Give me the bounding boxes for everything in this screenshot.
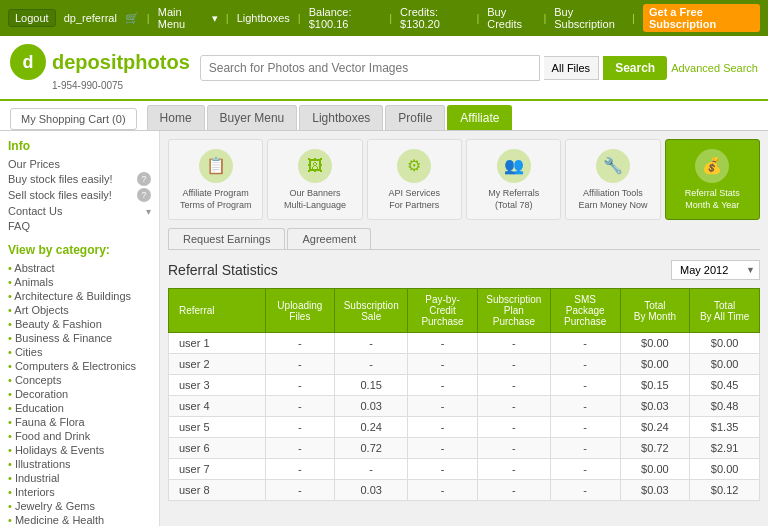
search-button[interactable]: Search (603, 56, 667, 80)
sell-stock-info-button[interactable]: ? (137, 188, 151, 202)
th-uploading: UploadingFiles (265, 289, 335, 333)
tab-profile[interactable]: Profile (385, 105, 445, 130)
my-referrals-icon[interactable]: 👥 My Referrals(Total 78) (466, 139, 561, 220)
category-beauty-fashion[interactable]: Beauty & Fashion (8, 317, 151, 331)
buy-credits-button[interactable]: Buy Credits (487, 6, 535, 30)
sidebar-contact-us[interactable]: Contact Us (8, 204, 62, 218)
category-medicine[interactable]: Medicine & Health (8, 513, 151, 526)
table-cell: - (550, 375, 620, 396)
category-art-objects[interactable]: Art Objects (8, 303, 151, 317)
table-cell: - (550, 417, 620, 438)
table-cell: $0.00 (620, 354, 690, 375)
tab-home[interactable]: Home (147, 105, 205, 130)
table-cell: - (477, 459, 550, 480)
table-cell: - (335, 354, 408, 375)
category-decoration[interactable]: Decoration (8, 387, 151, 401)
table-row: user 4-0.03---$0.03$0.48 (169, 396, 760, 417)
category-jewelry[interactable]: Jewelry & Gems (8, 499, 151, 513)
tab-lightboxes[interactable]: Lightboxes (299, 105, 383, 130)
table-cell: - (550, 396, 620, 417)
category-holidays[interactable]: Holidays & Events (8, 443, 151, 457)
referral-stats-icon[interactable]: 💰 Referral StatsMonth & Year (665, 139, 760, 220)
buy-stock-info-button[interactable]: ? (137, 172, 151, 186)
category-computers[interactable]: Computers & Electronics (8, 359, 151, 373)
table-row: user 6-0.72---$0.72$2.91 (169, 438, 760, 459)
table-cell: $0.00 (620, 333, 690, 354)
agreement-tab[interactable]: Agreement (287, 228, 371, 249)
table-cell: 0.72 (335, 438, 408, 459)
category-illustrations[interactable]: Illustrations (8, 457, 151, 471)
advanced-search-link[interactable]: Advanced Search (671, 62, 758, 74)
table-cell: user 5 (169, 417, 266, 438)
top-username: dp_referral (64, 12, 117, 24)
category-concepts[interactable]: Concepts (8, 373, 151, 387)
table-cell: user 6 (169, 438, 266, 459)
sub-nav: Request Earnings Agreement (168, 228, 760, 250)
tabs: Home Buyer Menu Lightboxes Profile Affil… (147, 105, 513, 130)
search-area: All Files Search Advanced Search (200, 55, 758, 81)
th-subscription-plan: SubscriptionPlan Purchase (477, 289, 550, 333)
table-cell: $0.00 (690, 459, 760, 480)
buy-subscription-button[interactable]: Buy Subscription (554, 6, 624, 30)
table-cell: - (335, 459, 408, 480)
sidebar-faq[interactable]: FAQ (8, 219, 151, 233)
logo[interactable]: d depositphotos (10, 44, 190, 80)
category-cities[interactable]: Cities (8, 345, 151, 359)
table-cell: - (408, 417, 478, 438)
request-earnings-tab[interactable]: Request Earnings (168, 228, 285, 249)
lightboxes-top-button[interactable]: Lightboxes (237, 12, 290, 24)
tab-buyer-menu[interactable]: Buyer Menu (207, 105, 298, 130)
top-bar: Logout dp_referral 🛒 | Main Menu ▾ | Lig… (0, 0, 768, 36)
table-cell: - (477, 438, 550, 459)
logo-icon: d (10, 44, 46, 80)
tab-affiliate[interactable]: Affiliate (447, 105, 512, 130)
table-row: user 1-----$0.00$0.00 (169, 333, 760, 354)
table-cell: user 7 (169, 459, 266, 480)
sidebar-our-prices[interactable]: Our Prices (8, 157, 151, 171)
table-cell: - (408, 480, 478, 501)
svg-text:🖼: 🖼 (307, 157, 323, 174)
affiliation-tools-img: 🔧 (595, 148, 631, 184)
affiliate-program-icon[interactable]: 📋 Affiliate ProgramTerms of Program (168, 139, 263, 220)
category-food-drink[interactable]: Food and Drink (8, 429, 151, 443)
category-abstract[interactable]: Abstract (8, 261, 151, 275)
category-animals[interactable]: Animals (8, 275, 151, 289)
category-industrial[interactable]: Industrial (8, 471, 151, 485)
sidebar-sell-stock[interactable]: Sell stock files easily! (8, 188, 112, 202)
our-banners-img: 🖼 (297, 148, 333, 184)
cart-button[interactable]: My Shopping Cart (0) (10, 108, 137, 130)
table-cell: user 2 (169, 354, 266, 375)
category-fauna-flora[interactable]: Fauna & Flora (8, 415, 151, 429)
my-referrals-label: My Referrals(Total 78) (471, 188, 556, 211)
sidebar-buy-stock-row: Buy stock files easily! ? (8, 171, 151, 187)
nav-bar: My Shopping Cart (0) Home Buyer Menu Lig… (0, 101, 768, 131)
category-architecture[interactable]: Architecture & Buildings (8, 289, 151, 303)
api-services-icon[interactable]: ⚙ API ServicesFor Partners (367, 139, 462, 220)
table-cell: - (265, 375, 335, 396)
search-input[interactable] (200, 55, 540, 81)
api-services-label: API ServicesFor Partners (372, 188, 457, 211)
category-interiors[interactable]: Interiors (8, 485, 151, 499)
category-business-finance[interactable]: Business & Finance (8, 331, 151, 345)
table-cell: - (408, 459, 478, 480)
main-menu-button[interactable]: Main Menu (158, 6, 204, 30)
month-select[interactable]: May 2012 April 2012 March 2012 (671, 260, 760, 280)
table-row: user 3-0.15---$0.15$0.45 (169, 375, 760, 396)
sidebar-contact-row: Contact Us ▾ (8, 203, 151, 219)
table-cell: - (477, 333, 550, 354)
stats-title: Referral Statistics (168, 262, 278, 278)
referral-stats-label: Referral StatsMonth & Year (670, 188, 755, 211)
sidebar-category-section: View by category: Abstract Animals Archi… (8, 243, 151, 526)
logout-button[interactable]: Logout (8, 9, 56, 27)
table-cell: - (408, 375, 478, 396)
sidebar-buy-stock[interactable]: Buy stock files easily! (8, 172, 113, 186)
get-free-subscription-button[interactable]: Get a Free Subscription (643, 4, 760, 32)
our-banners-icon[interactable]: 🖼 Our BannersMulti-Language (267, 139, 362, 220)
category-education[interactable]: Education (8, 401, 151, 415)
affiliation-tools-icon[interactable]: 🔧 Affiliation ToolsEarn Money Now (565, 139, 660, 220)
contact-expand-button[interactable]: ▾ (146, 206, 151, 217)
all-files-dropdown[interactable]: All Files (544, 56, 600, 80)
table-cell: - (265, 459, 335, 480)
table-row: user 8-0.03---$0.03$0.12 (169, 480, 760, 501)
top-cart-icon[interactable]: 🛒 (125, 12, 139, 25)
